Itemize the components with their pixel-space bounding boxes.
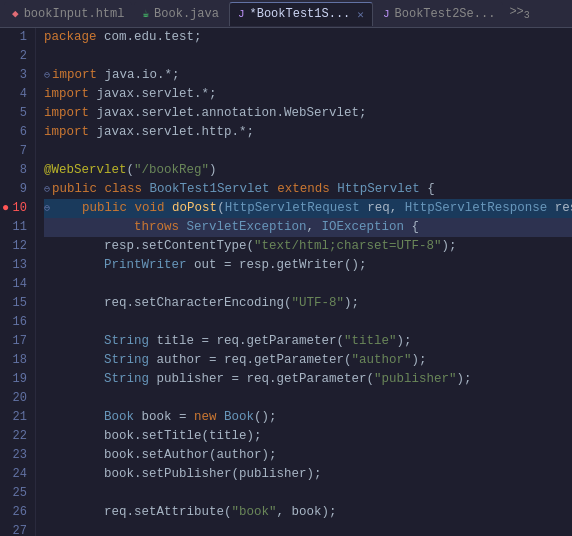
line-number-22: 22: [4, 427, 27, 446]
line-number-8: 8: [4, 161, 27, 180]
line-number-10: 10: [4, 199, 27, 218]
code-area[interactable]: package com.edu.test;⊖import java.io.*;i…: [36, 28, 572, 536]
tab-label-book: Book.java: [154, 7, 219, 21]
code-line-11: throws ServletException, IOException {: [44, 218, 572, 237]
tab-bar: ◆ bookInput.html ☕ Book.java J *BookTest…: [0, 0, 572, 28]
tab-bookInput[interactable]: ◆ bookInput.html: [4, 2, 132, 26]
tab-book[interactable]: ☕ Book.java: [134, 2, 226, 26]
code-line-4: import javax.servlet.*;: [44, 85, 572, 104]
line-number-23: 23: [4, 446, 27, 465]
line-number-20: 20: [4, 389, 27, 408]
line-number-3: 3: [4, 66, 27, 85]
line-number-7: 7: [4, 142, 27, 161]
code-line-17: String title = req.getParameter("title")…: [44, 332, 572, 351]
code-line-20: [44, 389, 572, 408]
line-number-5: 5: [4, 104, 27, 123]
code-line-2: [44, 47, 572, 66]
code-line-1: package com.edu.test;: [44, 28, 572, 47]
code-line-9: ⊖public class BookTest1Servlet extends H…: [44, 180, 572, 199]
collapse-icon-9[interactable]: ⊖: [44, 180, 50, 199]
line-number-13: 13: [4, 256, 27, 275]
code-line-16: [44, 313, 572, 332]
line-number-27: 27: [4, 522, 27, 536]
line-number-11: 11: [4, 218, 27, 237]
code-line-25: [44, 484, 572, 503]
code-line-13: PrintWriter out = resp.getWriter();: [44, 256, 572, 275]
code-line-7: [44, 142, 572, 161]
tab-icon-java: ☕: [142, 7, 149, 20]
line-number-17: 17: [4, 332, 27, 351]
code-line-15: req.setCharacterEncoding("UTF-8");: [44, 294, 572, 313]
line-number-25: 25: [4, 484, 27, 503]
line-number-15: 15: [4, 294, 27, 313]
tab-label-bookInput: bookInput.html: [24, 7, 125, 21]
line-number-14: 14: [4, 275, 27, 294]
code-line-22: book.setTitle(title);: [44, 427, 572, 446]
code-line-19: String publisher = req.getParameter("pub…: [44, 370, 572, 389]
line-number-9: 9: [4, 180, 27, 199]
code-line-24: book.setPublisher(publisher);: [44, 465, 572, 484]
code-line-23: book.setAuthor(author);: [44, 446, 572, 465]
tab-icon-servlet2: J: [383, 8, 390, 20]
code-line-12: resp.setContentType("text/html;charset=U…: [44, 237, 572, 256]
code-line-10: ⊖ public void doPost(HttpServletRequest …: [44, 199, 572, 218]
line-number-26: 26: [4, 503, 27, 522]
code-line-6: import javax.servlet.http.*;: [44, 123, 572, 142]
collapse-icon-10[interactable]: ⊖: [44, 199, 50, 218]
tab-label-bookTest1S: *BookTest1S...: [250, 7, 351, 21]
tab-bookTest2Se[interactable]: J BookTest2Se...: [375, 2, 503, 26]
tab-icon-servlet1: J: [238, 8, 245, 20]
code-line-21: Book book = new Book();: [44, 408, 572, 427]
line-number-6: 6: [4, 123, 27, 142]
code-line-5: import javax.servlet.annotation.WebServl…: [44, 104, 572, 123]
collapse-icon-3[interactable]: ⊖: [44, 66, 50, 85]
code-line-8: @WebServlet("/bookReg"): [44, 161, 572, 180]
code-line-3: ⊖import java.io.*;: [44, 66, 572, 85]
line-number-12: 12: [4, 237, 27, 256]
line-number-4: 4: [4, 85, 27, 104]
line-number-1: 1: [4, 28, 27, 47]
code-line-18: String author = req.getParameter("author…: [44, 351, 572, 370]
line-numbers: 1234567891011121314151617181920212223242…: [0, 28, 36, 536]
code-line-14: [44, 275, 572, 294]
line-number-2: 2: [4, 47, 27, 66]
tab-overflow[interactable]: >>3: [509, 5, 529, 21]
tab-icon-html: ◆: [12, 7, 19, 20]
tab-bookTest1S[interactable]: J *BookTest1S... ✕: [229, 2, 373, 26]
overflow-label: >>3: [509, 5, 529, 19]
editor: 1234567891011121314151617181920212223242…: [0, 28, 572, 536]
tab-label-bookTest2Se: BookTest2Se...: [395, 7, 496, 21]
tab-close-bookTest1S[interactable]: ✕: [357, 8, 364, 21]
line-number-16: 16: [4, 313, 27, 332]
line-number-21: 21: [4, 408, 27, 427]
code-line-27: [44, 522, 572, 536]
line-number-19: 19: [4, 370, 27, 389]
line-number-18: 18: [4, 351, 27, 370]
code-line-26: req.setAttribute("book", book);: [44, 503, 572, 522]
line-number-24: 24: [4, 465, 27, 484]
